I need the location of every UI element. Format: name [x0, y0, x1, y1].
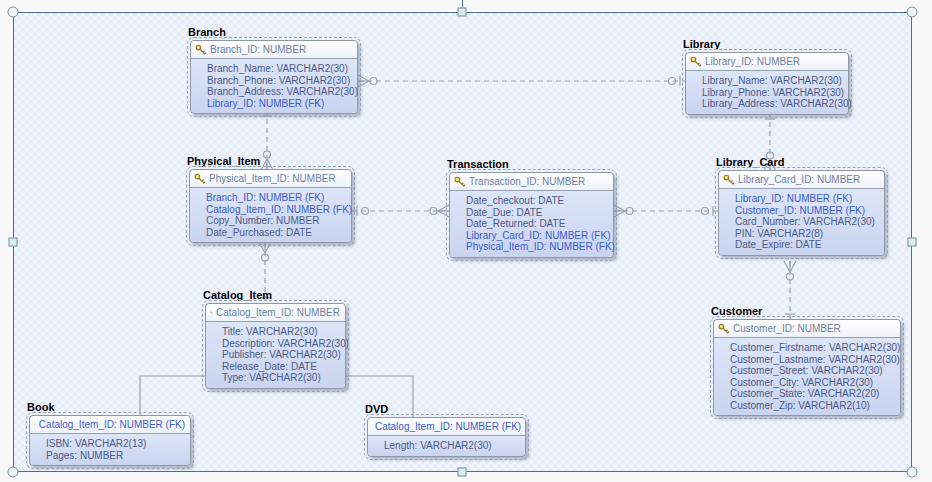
attribute-row: Library_Name: VARCHAR2(30) — [702, 75, 844, 87]
resize-handle-bottom-center[interactable] — [458, 468, 467, 477]
entity-card[interactable]: Catalog_Item_ID: NUMBERTitle: VARCHAR2(3… — [205, 303, 346, 389]
attribute-row: Branch_Phone: VARCHAR2(30) — [207, 75, 353, 87]
attribute-list: Branch_ID: NUMBER (FK)Catalog_Item_ID: N… — [190, 188, 351, 242]
attribute-row: Branch_ID: NUMBER (FK) — [206, 192, 347, 204]
entity-dvd[interactable]: DVDCatalog_Item_ID: NUMBER (FK)Length: V… — [367, 403, 526, 457]
resize-handle-top-left[interactable] — [8, 7, 19, 18]
entity-library-card[interactable]: Library_CardLibrary_Card_ID: NUMBERLibra… — [718, 156, 885, 256]
primary-key-attribute: Library_ID: NUMBER — [705, 56, 800, 67]
attribute-list: Title: VARCHAR2(30)Description: VARCHAR2… — [206, 322, 345, 388]
primary-key-attribute: Customer_ID: NUMBER — [733, 323, 841, 334]
primary-key-row: Transaction_ID: NUMBER — [450, 173, 613, 191]
attribute-row: Customer_Zip: VARCHAR2(10) — [730, 400, 896, 412]
entity-physical-item[interactable]: Physical_ItemPhysical_Item_ID: NUMBERBra… — [189, 155, 352, 243]
attribute-row: Library_Phone: VARCHAR2(30) — [702, 87, 844, 99]
primary-key-attribute: Physical_Item_ID: NUMBER — [209, 173, 336, 184]
entity-library[interactable]: LibraryLibrary_ID: NUMBERLibrary_Name: V… — [685, 38, 849, 115]
attribute-row: Branch_Address: VARCHAR2(30) — [207, 86, 353, 98]
attribute-row: Customer_City: VARCHAR2(30) — [730, 377, 896, 389]
attribute-row: Date_checkout: DATE — [466, 195, 609, 207]
attribute-row: ISBN: VARCHAR2(13) — [46, 438, 186, 450]
entity-card[interactable]: Library_ID: NUMBERLibrary_Name: VARCHAR2… — [685, 52, 849, 115]
key-icon — [690, 56, 702, 67]
attribute-row: Customer_ID: NUMBER (FK) — [735, 205, 880, 217]
entity-card[interactable]: Catalog_Item_ID: NUMBER (FK)Length: VARC… — [367, 417, 526, 457]
entity-title: Book — [27, 401, 191, 413]
attribute-row: PIN: VARCHAR2(8) — [735, 228, 880, 240]
entity-card[interactable]: Physical_Item_ID: NUMBERBranch_ID: NUMBE… — [189, 169, 352, 243]
primary-key-attribute: Catalog_Item_ID: NUMBER (FK) — [375, 421, 521, 432]
primary-key-attribute: Catalog_Item_ID: NUMBER — [216, 307, 340, 318]
entity-card[interactable]: Transaction_ID: NUMBERDate_checkout: DAT… — [449, 172, 614, 258]
entity-title: DVD — [365, 403, 526, 415]
attribute-row: Library_Card_ID: NUMBER (FK) — [466, 230, 609, 242]
entity-title: Branch — [188, 26, 358, 38]
entity-catalog-item[interactable]: Catalog_ItemCatalog_Item_ID: NUMBERTitle… — [205, 289, 346, 389]
attribute-row: Branch_Name: VARCHAR2(30) — [207, 63, 353, 75]
entity-card[interactable]: Library_Card_ID: NUMBERLibrary_ID: NUMBE… — [718, 170, 885, 256]
resize-handle-top-right[interactable] — [907, 7, 918, 18]
primary-key-attribute: Branch_ID: NUMBER — [210, 44, 306, 55]
attribute-row: Card_Number: VARCHAR2(30) — [735, 216, 880, 228]
entity-card[interactable]: Customer_ID: NUMBERCustomer_Firstname: V… — [713, 319, 901, 416]
attribute-list: Library_Name: VARCHAR2(30)Library_Phone:… — [686, 71, 848, 114]
attribute-list: Date_checkout: DATEDate_Due: DATEDate_Re… — [450, 191, 613, 257]
entity-title: Library_Card — [716, 156, 885, 168]
key-icon — [34, 419, 36, 430]
primary-key-row: Physical_Item_ID: NUMBER — [190, 170, 351, 188]
entity-card[interactable]: Branch_ID: NUMBERBranch_Name: VARCHAR2(3… — [190, 40, 358, 114]
attribute-row: Date_Expire: DATE — [735, 239, 880, 251]
attribute-row: Description: VARCHAR2(30) — [222, 338, 341, 350]
primary-key-row: Catalog_Item_ID: NUMBER — [206, 304, 345, 322]
resize-handle-bottom-left[interactable] — [8, 467, 19, 478]
resize-handle-middle-left[interactable] — [9, 238, 18, 247]
attribute-row: Length: VARCHAR2(30) — [384, 440, 521, 452]
key-icon — [194, 173, 206, 184]
attribute-list: ISBN: VARCHAR2(13)Pages: NUMBER — [30, 434, 190, 465]
attribute-row: Library_ID: NUMBER (FK) — [735, 193, 880, 205]
attribute-row: Customer_Street: VARCHAR2(30) — [730, 365, 896, 377]
entity-title: Physical_Item — [187, 155, 352, 167]
attribute-row: Customer_Lastname: VARCHAR2(30) — [730, 354, 896, 366]
entity-customer[interactable]: CustomerCustomer_ID: NUMBERCustomer_Firs… — [713, 305, 901, 416]
entity-title: Customer — [711, 305, 901, 317]
entity-title: Library — [683, 38, 849, 50]
key-icon — [718, 323, 730, 334]
attribute-list: Length: VARCHAR2(30) — [368, 436, 525, 456]
primary-key-row: Library_Card_ID: NUMBER — [719, 171, 884, 189]
resize-handle-middle-right[interactable] — [908, 238, 917, 247]
entity-card[interactable]: Catalog_Item_ID: NUMBER (FK)ISBN: VARCHA… — [29, 415, 191, 466]
primary-key-row: Customer_ID: NUMBER — [714, 320, 900, 338]
attribute-row: Release_Date: DATE — [222, 361, 341, 373]
primary-key-row: Branch_ID: NUMBER — [191, 41, 357, 59]
primary-key-row: Catalog_Item_ID: NUMBER (FK) — [30, 416, 190, 434]
resize-handle-top-center[interactable] — [458, 8, 467, 17]
primary-key-attribute: Catalog_Item_ID: NUMBER (FK) — [39, 419, 185, 430]
entity-book[interactable]: BookCatalog_Item_ID: NUMBER (FK)ISBN: VA… — [29, 401, 191, 466]
resize-handle-bottom-right[interactable] — [907, 467, 918, 478]
key-icon — [195, 44, 207, 55]
key-icon — [454, 176, 466, 187]
attribute-row: Physical_Item_ID: NUMBER (FK) — [466, 241, 609, 253]
primary-key-attribute: Transaction_ID: NUMBER — [469, 176, 585, 187]
entity-branch[interactable]: BranchBranch_ID: NUMBERBranch_Name: VARC… — [190, 26, 358, 114]
attribute-list: Library_ID: NUMBER (FK)Customer_ID: NUMB… — [719, 189, 884, 255]
key-icon — [723, 174, 735, 185]
attribute-row: Customer_State: VARCHAR2(20) — [730, 388, 896, 400]
entity-title: Transaction — [447, 158, 614, 170]
attribute-row: Pages: NUMBER — [46, 450, 186, 462]
attribute-row: Catalog_Item_ID: NUMBER (FK) — [206, 204, 347, 216]
attribute-row: Title: VARCHAR2(30) — [222, 326, 341, 338]
attribute-row: Customer_Firstname: VARCHAR2(30) — [730, 342, 896, 354]
attribute-row: Date_Due: DATE — [466, 207, 609, 219]
primary-key-row: Library_ID: NUMBER — [686, 53, 848, 71]
attribute-row: Library_Address: VARCHAR2(30) — [702, 98, 844, 110]
attribute-row: Copy_Number: NUMBER — [206, 215, 347, 227]
entity-transaction[interactable]: TransactionTransaction_ID: NUMBERDate_ch… — [449, 158, 614, 258]
attribute-list: Branch_Name: VARCHAR2(30)Branch_Phone: V… — [191, 59, 357, 113]
entities-layer: BranchBranch_ID: NUMBERBranch_Name: VARC… — [0, 0, 932, 482]
attribute-row: Type: VARCHAR2(30) — [222, 372, 341, 384]
primary-key-attribute: Library_Card_ID: NUMBER — [738, 174, 860, 185]
attribute-row: Publisher: VARCHAR2(30) — [222, 349, 341, 361]
primary-key-row: Catalog_Item_ID: NUMBER (FK) — [368, 418, 525, 436]
